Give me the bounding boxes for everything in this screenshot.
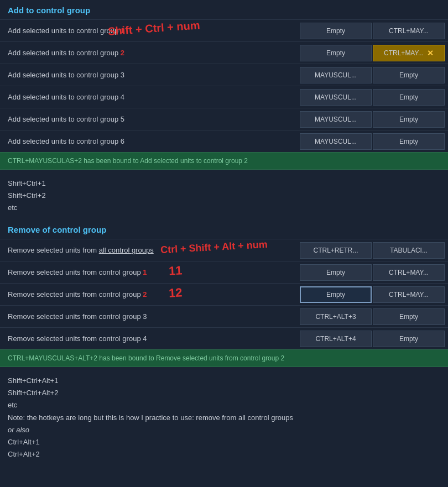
add-label-5: Add selected units to control group 5: [0, 112, 300, 127]
add-row-3: Add selected units to control group 3 MA…: [0, 64, 448, 86]
remove-key-btn-2a[interactable]: Empty: [300, 286, 372, 303]
add-key-btn-5b[interactable]: Empty: [373, 111, 445, 128]
remove-buttons-all: CTRL+RETR... TABULACI...: [300, 242, 448, 259]
remove-buttons-1: Empty CTRL+MAY...: [300, 264, 448, 281]
add-key-btn-3a[interactable]: MAYUSCUL...: [300, 67, 372, 83]
add-buttons-5: MAYUSCUL... Empty: [300, 111, 448, 128]
remove-key-btn-3b[interactable]: Empty: [373, 308, 445, 325]
add-key-btn-6a[interactable]: MAYUSCUL...: [300, 133, 372, 150]
add-notification: CTRL+MAYUSCULAS+2 has been bound to Add …: [0, 152, 448, 170]
remove-row-4: Remove selected units from control group…: [0, 327, 448, 349]
add-buttons-3: MAYUSCUL... Empty: [300, 67, 448, 83]
add-to-control-group-section: Add to control group Add selected units …: [0, 0, 448, 170]
add-buttons-2: Empty CTRL+MAY... ✕: [300, 45, 448, 61]
add-buttons-1: Empty CTRL+MAY...: [300, 23, 448, 39]
note2-line-1: Shift+Ctrl+Alt+1: [8, 375, 440, 387]
add-buttons-4: MAYUSCUL... Empty: [300, 89, 448, 106]
remove-key-btn-2b[interactable]: CTRL+MAY...: [373, 286, 445, 303]
add-key-btn-1a[interactable]: Empty: [300, 23, 372, 39]
note2-line-5: or also: [8, 424, 440, 436]
remove-label-all: Remove selected units from all control g…: [0, 243, 300, 258]
remove-row-3: Remove selected units from control group…: [0, 305, 448, 327]
add-row-1: Add selected units to control group 1 Sh…: [0, 19, 448, 41]
add-row-2: Add selected units to control group 2 Em…: [0, 41, 448, 64]
remove-notification: CTRL+MAYUSCULAS+ALT+2 has been bound to …: [0, 349, 448, 367]
add-label-2: Add selected units to control group 2: [0, 45, 300, 60]
add-key-btn-6b[interactable]: Empty: [373, 133, 445, 150]
add-key-btn-2a[interactable]: Empty: [300, 45, 372, 61]
remove-key-btn-1a[interactable]: Empty: [300, 264, 372, 281]
remove-key-btn-4b[interactable]: Empty: [373, 331, 445, 347]
add-key-btn-3b[interactable]: Empty: [373, 67, 445, 83]
note2-line-4: Note: the hotkeys are long but this is h…: [8, 412, 440, 424]
remove-buttons-4: CTRL+ALT+4 Empty: [300, 331, 448, 347]
note2-line-2: Shift+Ctrl+Alt+2: [8, 387, 440, 399]
note-line-3: etc: [8, 202, 440, 214]
remove-key-btn-3a[interactable]: CTRL+ALT+3: [300, 308, 372, 325]
add-key-btn-4b[interactable]: Empty: [373, 89, 445, 106]
note-line-1: Shift+Ctrl+1: [8, 177, 440, 190]
remove-label-1: Remove selected units from control group…: [0, 265, 300, 280]
add-row-4: Add selected units to control group 4 MA…: [0, 86, 448, 108]
add-label-6: Add selected units to control group 6: [0, 134, 300, 149]
add-key-btn-5a[interactable]: MAYUSCUL...: [300, 111, 372, 128]
remove-key-btn-4a[interactable]: CTRL+ALT+4: [300, 331, 372, 347]
add-buttons-6: MAYUSCUL... Empty: [300, 133, 448, 150]
note-line-2: Shift+Ctrl+2: [8, 190, 440, 202]
add-label-4: Add selected units to control group 4: [0, 90, 300, 104]
add-key-btn-1b[interactable]: CTRL+MAY...: [373, 23, 445, 39]
close-icon: ✕: [427, 49, 434, 57]
remove-label-4: Remove selected units from control group…: [0, 331, 300, 346]
remove-key-btn-all-b[interactable]: TABULACI...: [373, 242, 445, 259]
remove-row-2: Remove selected units from control group…: [0, 283, 448, 305]
remove-from-control-group-section: Remove of control group Remove selected …: [0, 219, 448, 367]
notes-section-1: Shift+Ctrl+1 Shift+Ctrl+2 etc: [0, 172, 448, 219]
note2-line-3: etc: [8, 399, 440, 411]
notes-section-2: Shift+Ctrl+Alt+1 Shift+Ctrl+Alt+2 etc No…: [0, 369, 448, 466]
remove-buttons-2: Empty CTRL+MAY...: [300, 286, 448, 303]
remove-row-1: Remove selected units from control group…: [0, 261, 448, 283]
add-label-1: Add selected units to control group 1: [0, 23, 300, 38]
remove-key-btn-1b[interactable]: CTRL+MAY...: [373, 264, 445, 281]
add-key-btn-4a[interactable]: MAYUSCUL...: [300, 89, 372, 106]
remove-key-btn-all-a[interactable]: CTRL+RETR...: [300, 242, 372, 259]
add-row-5: Add selected units to control group 5 MA…: [0, 108, 448, 130]
remove-label-2: Remove selected units from control group…: [0, 287, 300, 302]
add-row-6: Add selected units to control group 6 MA…: [0, 130, 448, 152]
add-label-3: Add selected units to control group 3: [0, 67, 300, 82]
remove-row-all: Remove selected units from all control g…: [0, 239, 448, 261]
remove-label-3: Remove selected units from control group…: [0, 309, 300, 324]
add-section-title: Add to control group: [0, 0, 448, 19]
note2-line-6: Ctrl+Alt+1: [8, 436, 440, 448]
note2-line-7: Ctrl+Alt+2: [8, 448, 440, 460]
add-key-btn-2b[interactable]: CTRL+MAY... ✕: [373, 45, 445, 61]
remove-buttons-3: CTRL+ALT+3 Empty: [300, 308, 448, 325]
remove-section-title: Remove of control group: [0, 219, 448, 239]
